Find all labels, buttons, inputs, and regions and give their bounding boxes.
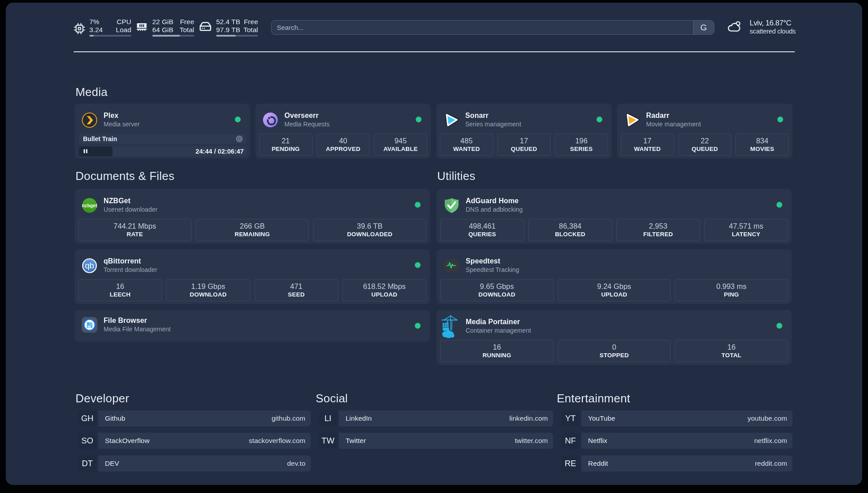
svg-text:qb: qb — [85, 261, 94, 270]
svg-text:nzbget: nzbget — [82, 202, 97, 208]
